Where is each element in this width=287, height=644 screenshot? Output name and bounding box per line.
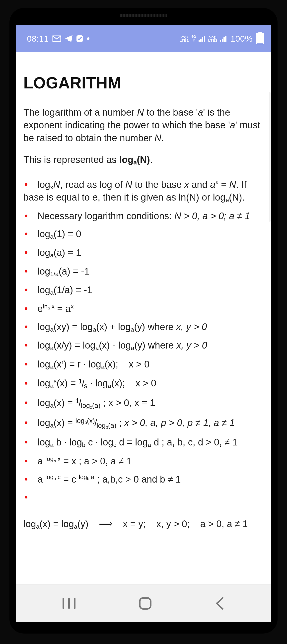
phone-frame: 08:11 Vo)) xyxy=(10,8,277,633)
battery-icon xyxy=(256,33,264,44)
implies-icon: ⟹ xyxy=(99,518,112,529)
page-title: LOGARITHM xyxy=(24,74,265,92)
list-item: elna x = ax xyxy=(24,302,265,321)
signal-1-icon xyxy=(198,36,206,42)
list-item: loga(x/y) = loga(x) - loga(y) where x, y… xyxy=(24,339,265,358)
list-item: log1/a(a) = -1 xyxy=(24,265,265,284)
data-4g-indicator: 4G ↓↑ xyxy=(191,36,196,42)
gmail-icon xyxy=(52,35,61,42)
list-item: loga(1) = 0 xyxy=(24,228,265,247)
list-item: loga b · logb c · logc d = loga d ; a, b… xyxy=(24,436,265,455)
screen: 08:11 Vo)) xyxy=(16,25,271,622)
checkbox-icon xyxy=(76,35,83,42)
bullet-icon xyxy=(24,266,36,276)
properties-list: logxN, read as log of N to the base x an… xyxy=(24,178,265,510)
bullet-icon xyxy=(24,285,36,295)
svg-rect-5 xyxy=(140,598,151,609)
list-item: a loga x = x ; a > 0, a ≠ 1 xyxy=(24,455,265,473)
telegram-icon xyxy=(65,35,73,42)
list-item: logas(x) = 1/s · loga(x); x > 0 xyxy=(24,377,265,396)
back-button[interactable] xyxy=(214,597,225,610)
bullet-icon xyxy=(24,398,36,408)
bullet-icon xyxy=(24,211,36,221)
implication-line: loga(x) = loga(y) ⟹ x = y; x, y > 0; a >… xyxy=(24,510,265,530)
bullet-icon xyxy=(24,304,36,314)
bullet-icon xyxy=(24,456,36,466)
battery-percent: 100% xyxy=(230,34,252,44)
volte1-indicator: Vo)) LTE1 xyxy=(180,36,189,42)
list-item: logxN, read as log of N to the base x an… xyxy=(24,178,265,210)
list-item: loga(a) = 1 xyxy=(24,247,265,265)
bullet-icon xyxy=(24,360,36,369)
bullet-icon xyxy=(24,379,36,388)
bullet-icon xyxy=(24,340,36,350)
list-item: loga(x) = 1/logx(a) ; x > 0, x = 1 xyxy=(24,396,265,416)
document-body[interactable]: LOGARITHM The logarithm of a number N to… xyxy=(16,52,271,530)
bullet-icon xyxy=(24,492,36,502)
home-button[interactable] xyxy=(138,596,152,610)
list-item: Necessary logarithm conditions: N > 0, a… xyxy=(24,210,265,228)
list-item xyxy=(24,491,265,510)
list-item: a logb c = c logb a ; a,b,c > 0 and b ≠ … xyxy=(24,473,265,491)
dot-icon xyxy=(87,37,90,40)
bullet-icon xyxy=(24,322,36,332)
list-item: loga(xy) = loga(x) + loga(y) where x, y … xyxy=(24,321,265,340)
phone-speaker xyxy=(120,14,167,17)
list-item: loga(x) = logp(x)/logp(a) ; x > 0, a, p … xyxy=(24,416,265,436)
bullet-icon xyxy=(24,180,36,189)
list-item: loga(xr) = r · loga(x); x > 0 xyxy=(24,358,265,377)
bullet-icon xyxy=(24,229,36,239)
status-time: 08:11 xyxy=(27,34,49,44)
bullet-icon xyxy=(24,418,36,428)
list-item: loga(1/a) = -1 xyxy=(24,284,265,303)
scrollbar-hint[interactable] xyxy=(269,92,270,222)
recents-button[interactable] xyxy=(62,598,76,609)
status-bar: 08:11 Vo)) xyxy=(16,25,271,52)
volte2-indicator: Vo)) LTE2 xyxy=(208,36,218,42)
bullet-icon xyxy=(24,248,36,257)
signal-2-icon xyxy=(220,36,227,42)
svg-point-1 xyxy=(87,37,90,40)
representation-line: This is represented as loga(N). xyxy=(24,154,265,167)
bullet-icon xyxy=(24,438,36,447)
system-nav-bar xyxy=(16,584,271,622)
bullet-icon xyxy=(24,474,36,484)
intro-paragraph: The logarithm of a number N to the base … xyxy=(24,106,265,144)
